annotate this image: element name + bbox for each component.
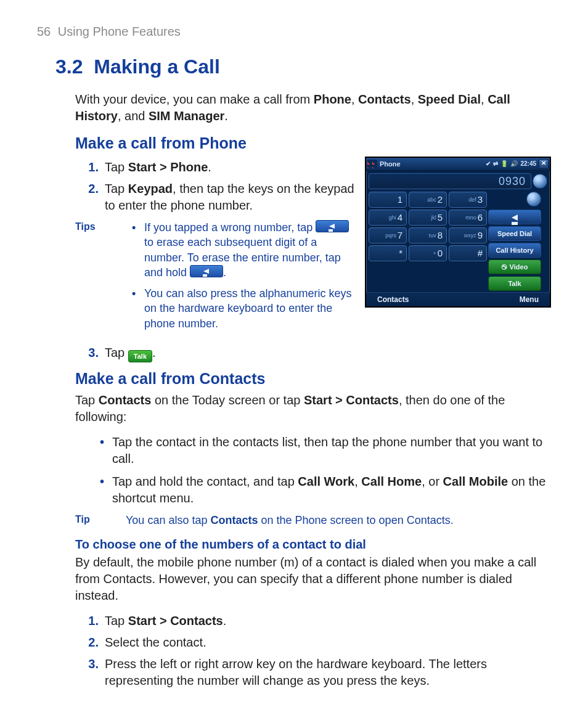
subhead-make-call-contacts: Make a call from Contacts	[75, 369, 551, 390]
erase-button[interactable]	[488, 210, 541, 224]
contacts-tip: Tip You can also tap Contacts on the Pho…	[75, 513, 551, 528]
key-7[interactable]: pqrs7	[369, 227, 407, 243]
page-number: 56	[37, 25, 51, 38]
phone-number-display: 0930	[369, 173, 531, 189]
step-2: 2. Tap Keypad, then tap the keys on the …	[75, 181, 360, 214]
txt: You can also tap	[126, 514, 210, 526]
txt: , or	[422, 475, 443, 488]
txt-bold: Start > Phone	[128, 160, 208, 174]
dial-round-icon[interactable]	[533, 174, 547, 189]
status-icon: ⇄	[493, 160, 498, 168]
tips-block: Tips If you tapped a wrong number, tap t…	[75, 220, 360, 337]
talk-button[interactable]: Talk	[488, 276, 541, 291]
erase-icon	[190, 265, 223, 277]
status-icon: 🔋	[500, 160, 508, 168]
talk-icon: Talk	[128, 350, 152, 362]
key-6[interactable]: mno6	[449, 210, 487, 226]
key-sub: mno	[465, 214, 476, 221]
key-sub: def	[468, 196, 476, 203]
key-hash[interactable]: #	[449, 245, 487, 261]
contacts-bullets: Tap the contact in the contacts list, th…	[75, 434, 551, 507]
arrow-left-icon	[512, 214, 518, 221]
key-8[interactable]: tuv8	[409, 227, 447, 243]
key-sub: wxyz	[464, 232, 476, 239]
key-main: 8	[438, 229, 443, 242]
tip-text: to erase each subsequent digit of a numb…	[144, 236, 341, 279]
choose-number-lead: By default, the mobile phone number (m) …	[75, 554, 551, 604]
step-number: 2.	[75, 634, 105, 651]
btn-label: Video	[510, 263, 528, 271]
side-round-icon[interactable]	[526, 192, 541, 206]
sep: , and	[118, 109, 149, 123]
contacts-lead: Tap Contacts on the Today screen or tap …	[75, 392, 551, 425]
intro-source-contacts: Contacts	[358, 92, 411, 106]
video-call-button[interactable]: ✆Video	[488, 259, 541, 274]
step-text: Tap Start > Phone.	[105, 159, 360, 176]
arrow-left-icon	[203, 269, 209, 274]
key-4[interactable]: ghi4	[369, 210, 407, 226]
phone-softkey-bar: Contacts Menu	[366, 292, 550, 306]
phone-topbar: Phone ✔ ⇄ 🔋 🔊 22:45 ✕	[366, 158, 550, 171]
tip-text: If you tapped a wrong number, tap	[144, 221, 316, 234]
key-sub: jkl	[431, 214, 436, 221]
key-main: 3	[478, 194, 483, 206]
key-9[interactable]: wxyz9	[449, 227, 487, 243]
status-icons: ✔ ⇄ 🔋 🔊 22:45	[486, 160, 536, 168]
softkey-contacts[interactable]: Contacts	[377, 295, 409, 304]
section-number: 3.2	[55, 55, 83, 78]
txt: Tap	[105, 614, 128, 627]
phone-main: 1 abc2 def3 ghi4 jkl5 mno6 pqrs7 tuv8 wx…	[366, 190, 550, 292]
txt: .	[223, 614, 227, 627]
erase-icon	[316, 220, 349, 232]
key-sub: abc	[427, 196, 436, 203]
key-1[interactable]: 1	[369, 192, 407, 208]
section-title: 3.2 Making a Call	[55, 54, 551, 80]
key-0[interactable]: +0	[409, 245, 447, 261]
phone-screenshot: Phone ✔ ⇄ 🔋 🔊 22:45 ✕ 0930	[365, 157, 551, 308]
txt: .	[152, 346, 156, 359]
step-text: Tap Talk.	[105, 345, 551, 362]
tip-text: .	[223, 266, 226, 279]
step-text: Select the contact.	[105, 634, 551, 651]
step-number: 2.	[75, 181, 105, 214]
key-main: 6	[478, 211, 483, 224]
manual-page: 56 Using Phone Features 3.2 Making a Cal…	[0, 0, 588, 723]
txt: on the Today screen or tap	[151, 393, 304, 407]
key-2[interactable]: abc2	[409, 192, 447, 208]
txt-bold: Contacts	[210, 514, 258, 526]
phone-call-left: 1. Tap Start > Phone. 2. Tap Keypad, the…	[75, 157, 365, 342]
speed-dial-button[interactable]: Speed Dial	[488, 226, 541, 241]
txt-bold: Keypad	[128, 182, 173, 195]
step-number: 1.	[75, 613, 105, 629]
arrow-left-icon	[329, 224, 335, 229]
step-2: 2. Select the contact.	[75, 634, 551, 651]
softkey-menu[interactable]: Menu	[520, 295, 539, 304]
phone-screenshot-wrap: Phone ✔ ⇄ 🔋 🔊 22:45 ✕ 0930	[365, 157, 551, 308]
key-3[interactable]: def3	[449, 192, 487, 208]
phone-app-title: Phone	[380, 160, 486, 169]
call-history-button[interactable]: Call History	[488, 243, 541, 258]
tips-bullets: If you tapped a wrong number, tap to era…	[118, 220, 360, 337]
sep: .	[224, 109, 228, 123]
key-5[interactable]: jkl5	[409, 210, 447, 226]
tip-text: You can also press the alphanumeric keys…	[144, 287, 352, 330]
txt: Tap	[75, 393, 99, 407]
clock-text: 22:45	[520, 160, 536, 168]
status-icon: 🔊	[510, 160, 518, 168]
phone-display-row: 0930	[366, 171, 550, 190]
contacts-bullet-2: Tap and hold the contact, and tap Call W…	[100, 473, 551, 507]
txt-bold: Start > Contacts	[128, 614, 223, 627]
phone-keypad: 1 abc2 def3 ghi4 jkl5 mno6 pqrs7 tuv8 wx…	[369, 192, 487, 291]
close-button[interactable]: ✕	[539, 159, 549, 169]
txt: Tap	[105, 346, 128, 359]
key-sub: tuv	[429, 232, 436, 239]
key-star[interactable]: *	[369, 245, 407, 261]
txt-bold: Start > Contacts	[304, 393, 399, 407]
txt-bold: Contacts	[99, 393, 152, 407]
step-text: Tap Start > Contacts.	[105, 613, 551, 629]
steps-phone: 1. Tap Start > Phone. 2. Tap Keypad, the…	[75, 159, 360, 214]
subhead-make-call-phone: Make a call from Phone	[75, 133, 551, 154]
intro-source-phone: Phone	[314, 92, 351, 106]
key-main: *	[399, 247, 402, 259]
windows-flag-icon	[367, 160, 377, 168]
